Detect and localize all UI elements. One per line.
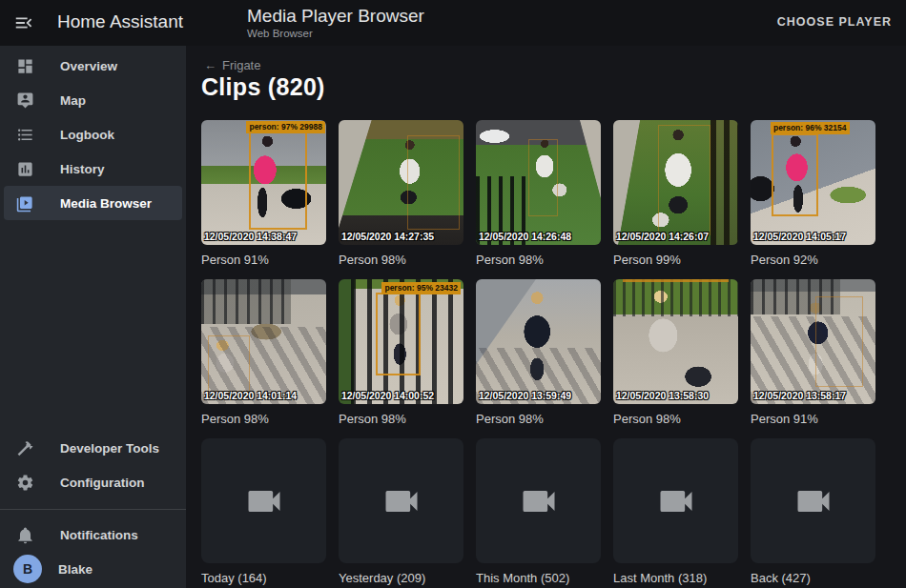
thumbnail-art xyxy=(710,120,738,245)
folder-thumbnail xyxy=(201,438,326,563)
clip-label: Person 98% xyxy=(476,412,601,426)
clip-label: Person 98% xyxy=(613,412,738,426)
clip-timestamp: 12/05/2020 13:59:49 xyxy=(479,390,571,401)
folder-thumbnail xyxy=(476,438,601,563)
folder-label: Last Month (318) xyxy=(613,571,738,585)
breadcrumb-label: Frigate xyxy=(222,58,260,72)
sidebar: Overview Map Logbook History Media Brows… xyxy=(0,46,186,588)
sidebar-item-label: Overview xyxy=(60,59,117,73)
clip-label: Person 92% xyxy=(751,253,875,267)
detection-box xyxy=(376,293,421,375)
sidebar-item-label: Map xyxy=(60,93,86,108)
sidebar-item-configuration[interactable]: Configuration xyxy=(4,465,182,499)
folder-thumbnail xyxy=(339,438,463,563)
chart-box-icon xyxy=(16,160,34,178)
detection-box xyxy=(249,129,308,230)
detection-chip: person: 97% 29988 xyxy=(246,121,325,133)
clip-timestamp: 12/05/2020 14:01:14 xyxy=(204,390,297,401)
sidebar-item-notifications[interactable]: Notifications xyxy=(4,517,182,552)
clip-label: Person 98% xyxy=(339,412,463,426)
thumbnail-art xyxy=(201,279,291,324)
clip-card[interactable]: person: 95% 23432 12/05/2020 14:00:52 Pe… xyxy=(339,279,463,426)
view-dashboard-icon xyxy=(16,57,34,75)
clip-label: Person 99% xyxy=(613,253,738,267)
clip-card[interactable]: person: 96% 32154 12/05/2020 14:05:17 Pe… xyxy=(751,120,875,267)
page-header-subtitle: Web Browser xyxy=(247,28,424,39)
clip-timestamp: 12/05/2020 14:00:52 xyxy=(341,390,434,401)
folder-label: Back (427) xyxy=(751,571,875,585)
sidebar-item-logbook[interactable]: Logbook xyxy=(4,117,182,152)
video-icon xyxy=(243,480,285,522)
clips-row: person: 97% 29988 12/05/2020 14:38:47 Pe… xyxy=(201,120,875,267)
clip-label: Person 98% xyxy=(201,412,326,426)
clip-card[interactable]: 12/05/2020 13:58:30 Person 98% xyxy=(613,279,738,426)
video-icon xyxy=(655,480,697,522)
folder-thumbnail xyxy=(613,438,738,563)
media-browser-content: ← Frigate Clips (820) person: 97% 29988 … xyxy=(186,46,906,588)
folder-card-last-month[interactable]: Last Month (318) xyxy=(613,438,738,585)
list-bulleted-icon xyxy=(16,126,34,144)
folder-card-back[interactable]: Back (427) xyxy=(751,438,875,585)
thumbnail-art xyxy=(613,279,738,316)
detection-chip: person: 96% 32154 xyxy=(771,122,850,134)
top-app-bar: Home Assistant Media Player Browser Web … xyxy=(0,0,906,46)
folder-thumbnail xyxy=(751,438,875,563)
clip-timestamp: 12/05/2020 14:05:17 xyxy=(753,231,846,242)
clip-thumbnail: 12/05/2020 14:26:07 xyxy=(613,120,738,245)
sidebar-item-label: Configuration xyxy=(60,476,144,490)
clip-card[interactable]: person: 97% 29988 12/05/2020 14:38:47 Pe… xyxy=(201,120,326,267)
sidebar-item-developer-tools[interactable]: Developer Tools xyxy=(4,431,182,465)
clip-label: Person 91% xyxy=(201,253,326,267)
folder-label: Yesterday (209) xyxy=(339,571,463,585)
detection-box xyxy=(623,279,728,282)
sidebar-divider xyxy=(0,509,186,510)
sidebar-item-media-browser[interactable]: Media Browser xyxy=(4,186,182,220)
detection-box xyxy=(772,133,817,215)
gear-icon xyxy=(16,474,34,492)
clip-label: Person 91% xyxy=(751,412,875,426)
clip-card[interactable]: 12/05/2020 14:27:35 Person 98% xyxy=(339,120,463,267)
app-title: Home Assistant xyxy=(57,11,183,32)
video-icon xyxy=(381,480,422,522)
sidebar-item-label: Notifications xyxy=(60,528,138,542)
folder-card-this-month[interactable]: This Month (502) xyxy=(476,438,601,585)
choose-player-button[interactable]: CHOOSE PLAYER xyxy=(777,15,892,29)
clip-card[interactable]: 12/05/2020 14:26:48 Person 98% xyxy=(476,120,601,267)
folder-card-yesterday[interactable]: Yesterday (209) xyxy=(339,438,463,585)
sidebar-item-label: Media Browser xyxy=(60,196,152,211)
clip-thumbnail: 12/05/2020 13:59:49 xyxy=(476,279,601,404)
detection-box xyxy=(528,139,558,216)
clip-thumbnail: 12/05/2020 14:26:48 xyxy=(476,120,601,245)
video-icon xyxy=(793,480,834,522)
page-title: Clips (820) xyxy=(201,73,325,101)
clip-card[interactable]: 12/05/2020 13:58:17 Person 91% xyxy=(751,279,875,426)
clip-timestamp: 12/05/2020 13:58:17 xyxy=(753,390,846,401)
sidebar-item-overview[interactable]: Overview xyxy=(4,49,182,83)
clip-timestamp: 12/05/2020 13:58:30 xyxy=(616,390,709,401)
menu-open-icon[interactable] xyxy=(13,12,36,35)
clip-label: Person 98% xyxy=(476,253,601,267)
clip-card[interactable]: 12/05/2020 14:01:14 Person 98% xyxy=(201,279,326,426)
clip-label: Person 98% xyxy=(339,253,463,267)
detection-chip: person: 95% 23432 xyxy=(381,282,461,294)
detection-box xyxy=(658,125,710,234)
back-arrow-icon: ← xyxy=(204,58,216,72)
folder-card-today[interactable]: Today (164) xyxy=(201,438,326,585)
sidebar-item-history[interactable]: History xyxy=(4,152,182,186)
sidebar-item-map[interactable]: Map xyxy=(4,83,182,117)
breadcrumb-back-frigate[interactable]: ← Frigate xyxy=(204,58,260,72)
folders-row: Today (164) Yesterday (209) This Month (… xyxy=(201,438,875,585)
detection-box xyxy=(407,135,460,231)
clip-card[interactable]: 12/05/2020 14:26:07 Person 99% xyxy=(613,120,738,267)
clip-thumbnail: 12/05/2020 13:58:17 xyxy=(751,279,875,404)
sidebar-item-label: Developer Tools xyxy=(60,441,159,456)
clip-timestamp: 12/05/2020 14:26:48 xyxy=(479,231,571,242)
user-name: Blake xyxy=(58,562,93,577)
clip-card[interactable]: 12/05/2020 13:59:49 Person 98% xyxy=(476,279,601,426)
play-box-multiple-icon xyxy=(16,194,34,213)
detection-box xyxy=(815,296,863,386)
clip-thumbnail: 12/05/2020 13:58:30 xyxy=(613,279,738,404)
clip-thumbnail: person: 96% 32154 12/05/2020 14:05:17 xyxy=(751,120,875,245)
user-profile[interactable]: B Blake xyxy=(4,552,182,586)
page-header-title: Media Player Browser xyxy=(247,6,424,27)
